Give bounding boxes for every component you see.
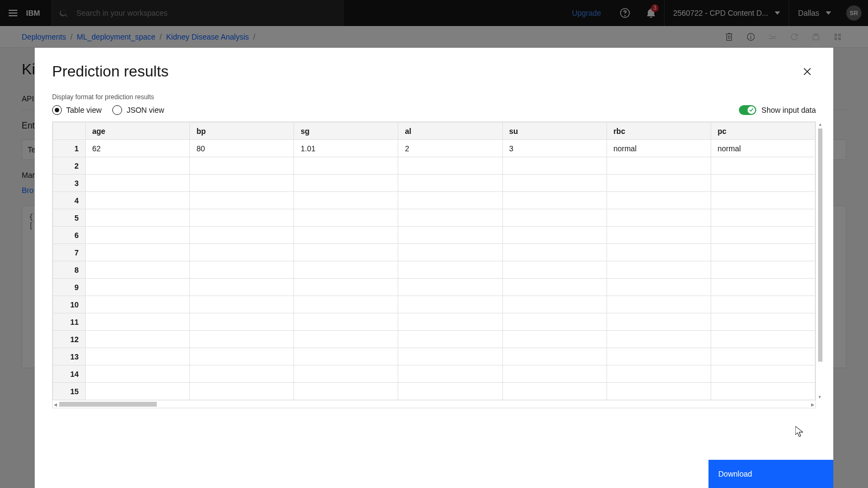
radio-json-view[interactable]: JSON view [112,105,164,115]
col-header-bp[interactable]: bp [190,123,294,140]
cell-bp[interactable] [190,365,294,383]
cell-pc[interactable] [711,279,815,296]
cell-bp[interactable] [190,175,294,192]
cell-sg[interactable] [294,348,398,365]
vertical-scrollbar[interactable]: ▲ ▼ [818,122,823,400]
cell-sg[interactable] [294,296,398,313]
cell-age[interactable] [86,331,190,348]
table-row[interactable]: 6 [53,227,815,244]
table-row[interactable]: 10 [53,296,815,313]
cell-su[interactable] [502,348,607,365]
cell-al[interactable] [398,244,502,261]
cell-pc[interactable] [711,261,815,279]
cell-bp[interactable] [190,192,294,209]
cell-pc[interactable] [711,227,815,244]
cell-rbc[interactable] [607,296,711,313]
cell-pc[interactable] [711,296,815,313]
cell-al[interactable] [398,279,502,296]
radio-table-view[interactable]: Table view [52,105,101,115]
cell-sg[interactable] [294,209,398,227]
cell-rbc[interactable]: normal [607,140,711,157]
cell-sg[interactable] [294,192,398,209]
cell-age[interactable] [86,227,190,244]
cell-al[interactable] [398,383,502,400]
cell-rbc[interactable] [607,279,711,296]
cell-su[interactable] [502,209,607,227]
col-header-sg[interactable]: sg [294,123,398,140]
cell-sg[interactable] [294,279,398,296]
cell-age[interactable] [86,313,190,331]
cell-bp[interactable] [190,261,294,279]
cell-rbc[interactable] [607,348,711,365]
cell-al[interactable] [398,296,502,313]
cell-age[interactable] [86,365,190,383]
table-row[interactable]: 7 [53,244,815,261]
table-row[interactable]: 8 [53,261,815,279]
col-header-su[interactable]: su [502,123,607,140]
cell-rbc[interactable] [607,313,711,331]
cell-age[interactable] [86,175,190,192]
cell-age[interactable] [86,157,190,175]
cell-age[interactable] [86,192,190,209]
cell-al[interactable] [398,157,502,175]
col-header-al[interactable]: al [398,123,502,140]
cell-su[interactable] [502,175,607,192]
cell-bp[interactable] [190,227,294,244]
cell-rbc[interactable] [607,383,711,400]
scroll-down-button[interactable]: ▼ [818,395,822,400]
cell-su[interactable] [502,261,607,279]
cell-su[interactable] [502,365,607,383]
cell-sg[interactable] [294,227,398,244]
cell-bp[interactable] [190,244,294,261]
cell-su[interactable] [502,296,607,313]
cell-al[interactable] [398,348,502,365]
cell-rbc[interactable] [607,261,711,279]
cell-su[interactable] [502,192,607,209]
cell-pc[interactable] [711,209,815,227]
hscroll-thumb[interactable] [59,402,157,407]
table-row[interactable]: 15 [53,383,815,400]
cell-age[interactable]: 62 [86,140,190,157]
cell-rbc[interactable] [607,227,711,244]
cell-bp[interactable] [190,383,294,400]
table-row[interactable]: 11 [53,313,815,331]
cell-age[interactable] [86,279,190,296]
cell-su[interactable] [502,313,607,331]
cell-su[interactable] [502,227,607,244]
cell-age[interactable] [86,244,190,261]
cell-sg[interactable]: 1.01 [294,140,398,157]
cell-rbc[interactable] [607,209,711,227]
cell-su[interactable] [502,279,607,296]
cell-pc[interactable] [711,192,815,209]
cell-su[interactable] [502,244,607,261]
cell-sg[interactable] [294,175,398,192]
cell-pc[interactable]: normal [711,140,815,157]
cell-al[interactable] [398,192,502,209]
col-header-rbc[interactable]: rbc [607,123,711,140]
cell-bp[interactable] [190,157,294,175]
table-row[interactable]: 5 [53,209,815,227]
table-row[interactable]: 9 [53,279,815,296]
horizontal-scrollbar[interactable]: ◀ ▶ [53,400,815,408]
cell-pc[interactable] [711,365,815,383]
col-header-pc[interactable]: pc [711,123,815,140]
cell-bp[interactable] [190,348,294,365]
table-row[interactable]: 13 [53,348,815,365]
cell-su[interactable] [502,331,607,348]
cell-sg[interactable] [294,157,398,175]
cell-sg[interactable] [294,365,398,383]
cell-al[interactable] [398,331,502,348]
vscroll-thumb[interactable] [818,129,822,362]
cell-bp[interactable] [190,331,294,348]
cell-rbc[interactable] [607,244,711,261]
cell-pc[interactable] [711,348,815,365]
cell-rbc[interactable] [607,192,711,209]
table-row[interactable]: 162801.0123normalnormal [53,140,815,157]
cell-al[interactable] [398,313,502,331]
cell-su[interactable]: 3 [502,140,607,157]
toggle-switch[interactable] [739,105,756,115]
cell-age[interactable] [86,261,190,279]
cell-pc[interactable] [711,331,815,348]
cell-al[interactable]: 2 [398,140,502,157]
show-input-toggle[interactable]: Show input data [739,105,816,115]
